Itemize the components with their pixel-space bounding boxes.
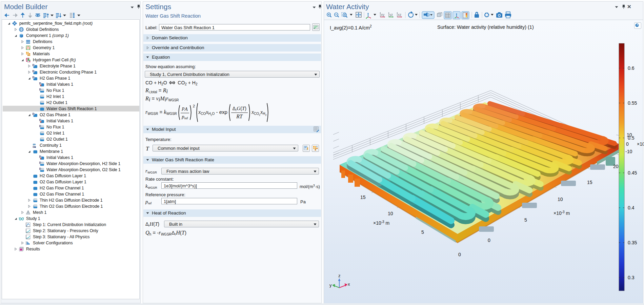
svg-text:0.3: 0.3 bbox=[628, 275, 635, 280]
svg-text:D: D bbox=[33, 69, 35, 73]
svg-text:D: D bbox=[39, 161, 41, 164]
svg-text:×10-3 m: ×10-3 m bbox=[554, 210, 570, 216]
svg-text:D: D bbox=[33, 76, 35, 79]
svg-text:D: D bbox=[33, 112, 35, 116]
svg-text:×10-3 m: ×10-3 m bbox=[373, 220, 389, 226]
svg-text:D: D bbox=[39, 167, 41, 170]
svg-text:5: 5 bbox=[524, 217, 527, 223]
svg-text:y: y bbox=[329, 283, 332, 288]
svg-text:0.5: 0.5 bbox=[628, 135, 635, 141]
svg-text:0.4: 0.4 bbox=[628, 205, 635, 210]
svg-text:z: z bbox=[338, 273, 341, 278]
svg-text:yz: yz bbox=[389, 13, 393, 17]
svg-text:D: D bbox=[33, 63, 35, 67]
svg-text:10: 10 bbox=[558, 197, 563, 202]
svg-text:×10: ×10 bbox=[637, 141, 644, 147]
svg-text:20: 20 bbox=[613, 164, 619, 169]
svg-text:0: 0 bbox=[458, 252, 461, 257]
svg-text:5: 5 bbox=[421, 229, 424, 235]
svg-text:x: x bbox=[348, 282, 350, 287]
svg-text:D: D bbox=[39, 118, 41, 122]
svg-text:xy: xy bbox=[381, 13, 384, 17]
svg-text:D: D bbox=[39, 124, 41, 128]
svg-text:0: 0 bbox=[488, 238, 490, 243]
svg-text:D: D bbox=[39, 155, 41, 158]
svg-text:D: D bbox=[39, 82, 41, 85]
svg-text:-10: -10 bbox=[625, 149, 632, 154]
svg-text:10: 10 bbox=[388, 211, 393, 216]
svg-text:0: 0 bbox=[626, 141, 629, 147]
svg-text:xz: xz bbox=[398, 13, 401, 17]
svg-text:15: 15 bbox=[587, 180, 592, 185]
svg-text:15: 15 bbox=[360, 195, 366, 200]
svg-text:0.35: 0.35 bbox=[628, 240, 637, 245]
svg-text:0.6: 0.6 bbox=[628, 65, 635, 71]
svg-text:D: D bbox=[39, 88, 41, 91]
svg-text:D◙: D◙ bbox=[33, 146, 36, 148]
svg-text:0.55: 0.55 bbox=[628, 100, 637, 106]
svg-text:0.45: 0.45 bbox=[628, 170, 637, 176]
